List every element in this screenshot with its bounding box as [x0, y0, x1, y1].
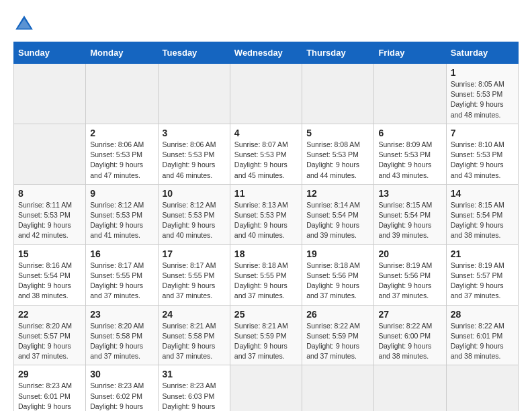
logo-icon: [13, 13, 35, 35]
calendar-header-row: SundayMondayTuesdayWednesdayThursdayFrid…: [14, 42, 519, 64]
day-cell-20: 20Sunrise: 8:19 AMSunset: 5:56 PMDayligh…: [374, 244, 446, 305]
calendar-week-6: 29Sunrise: 8:23 AMSunset: 6:01 PMDayligh…: [14, 365, 519, 411]
empty-cell: [158, 64, 230, 124]
day-cell-1: 1Sunrise: 8:05 AMSunset: 5:53 PMDaylight…: [446, 64, 518, 124]
day-cell-9: 9Sunrise: 8:12 AMSunset: 5:53 PMDaylight…: [86, 184, 158, 244]
day-header-tuesday: Tuesday: [158, 42, 230, 64]
day-cell-14: 14Sunrise: 8:15 AMSunset: 5:54 PMDayligh…: [446, 184, 518, 244]
day-cell-18: 18Sunrise: 8:18 AMSunset: 5:55 PMDayligh…: [230, 244, 302, 305]
calendar-week-5: 22Sunrise: 8:20 AMSunset: 5:57 PMDayligh…: [14, 305, 519, 365]
day-cell-7: 7Sunrise: 8:10 AMSunset: 5:53 PMDaylight…: [446, 124, 518, 184]
calendar-week-1: 1Sunrise: 8:05 AMSunset: 5:53 PMDaylight…: [14, 64, 519, 124]
day-cell-29: 29Sunrise: 8:23 AMSunset: 6:01 PMDayligh…: [14, 365, 86, 411]
day-cell-2: 2Sunrise: 8:06 AMSunset: 5:53 PMDaylight…: [86, 124, 158, 184]
day-cell-25: 25Sunrise: 8:21 AMSunset: 5:59 PMDayligh…: [230, 305, 302, 365]
day-cell-16: 16Sunrise: 8:17 AMSunset: 5:55 PMDayligh…: [86, 244, 158, 305]
day-cell-24: 24Sunrise: 8:21 AMSunset: 5:58 PMDayligh…: [158, 305, 230, 365]
empty-cell: [14, 64, 86, 124]
day-cell-11: 11Sunrise: 8:13 AMSunset: 5:53 PMDayligh…: [230, 184, 302, 244]
day-cell-4: 4Sunrise: 8:07 AMSunset: 5:53 PMDaylight…: [230, 124, 302, 184]
day-cell-22: 22Sunrise: 8:20 AMSunset: 5:57 PMDayligh…: [14, 305, 86, 365]
day-cell-31: 31Sunrise: 8:23 AMSunset: 6:03 PMDayligh…: [158, 365, 230, 411]
empty-cell: [374, 64, 446, 124]
empty-cell: [230, 64, 302, 124]
day-header-thursday: Thursday: [302, 42, 374, 64]
day-header-sunday: Sunday: [14, 42, 86, 64]
day-cell-19: 19Sunrise: 8:18 AMSunset: 5:56 PMDayligh…: [302, 244, 374, 305]
calendar-week-3: 8Sunrise: 8:11 AMSunset: 5:53 PMDaylight…: [14, 184, 519, 244]
day-header-friday: Friday: [374, 42, 446, 64]
day-cell-13: 13Sunrise: 8:15 AMSunset: 5:54 PMDayligh…: [374, 184, 446, 244]
calendar-table: SundayMondayTuesdayWednesdayThursdayFrid…: [13, 42, 519, 411]
day-cell-6: 6Sunrise: 8:09 AMSunset: 5:53 PMDaylight…: [374, 124, 446, 184]
empty-cell: [446, 365, 518, 411]
day-cell-27: 27Sunrise: 8:22 AMSunset: 6:00 PMDayligh…: [374, 305, 446, 365]
empty-cell: [86, 64, 158, 124]
empty-cell: [14, 124, 86, 184]
day-cell-10: 10Sunrise: 8:12 AMSunset: 5:53 PMDayligh…: [158, 184, 230, 244]
day-cell-26: 26Sunrise: 8:22 AMSunset: 5:59 PMDayligh…: [302, 305, 374, 365]
empty-cell: [374, 365, 446, 411]
day-cell-17: 17Sunrise: 8:17 AMSunset: 5:55 PMDayligh…: [158, 244, 230, 305]
day-header-wednesday: Wednesday: [230, 42, 302, 64]
empty-cell: [230, 365, 302, 411]
logo: [13, 13, 38, 35]
day-cell-23: 23Sunrise: 8:20 AMSunset: 5:58 PMDayligh…: [86, 305, 158, 365]
day-header-saturday: Saturday: [446, 42, 518, 64]
day-cell-28: 28Sunrise: 8:22 AMSunset: 6:01 PMDayligh…: [446, 305, 518, 365]
day-cell-8: 8Sunrise: 8:11 AMSunset: 5:53 PMDaylight…: [14, 184, 86, 244]
empty-cell: [302, 365, 374, 411]
calendar-week-4: 15Sunrise: 8:16 AMSunset: 5:54 PMDayligh…: [14, 244, 519, 305]
day-cell-5: 5Sunrise: 8:08 AMSunset: 5:53 PMDaylight…: [302, 124, 374, 184]
day-cell-15: 15Sunrise: 8:16 AMSunset: 5:54 PMDayligh…: [14, 244, 86, 305]
empty-cell: [302, 64, 374, 124]
calendar-week-2: 2Sunrise: 8:06 AMSunset: 5:53 PMDaylight…: [14, 124, 519, 184]
header: [13, 13, 519, 35]
day-cell-3: 3Sunrise: 8:06 AMSunset: 5:53 PMDaylight…: [158, 124, 230, 184]
day-cell-21: 21Sunrise: 8:19 AMSunset: 5:57 PMDayligh…: [446, 244, 518, 305]
day-header-monday: Monday: [86, 42, 158, 64]
day-cell-12: 12Sunrise: 8:14 AMSunset: 5:54 PMDayligh…: [302, 184, 374, 244]
day-cell-30: 30Sunrise: 8:23 AMSunset: 6:02 PMDayligh…: [86, 365, 158, 411]
